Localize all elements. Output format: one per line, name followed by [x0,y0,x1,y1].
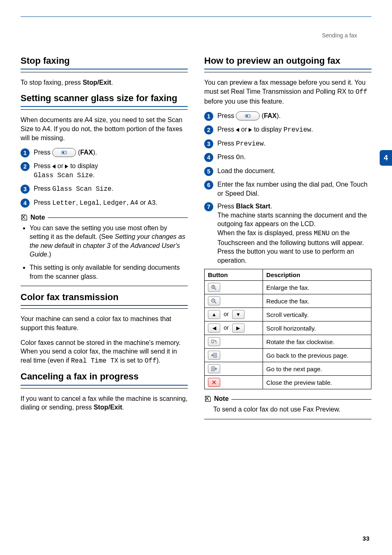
step-badge: 1 [204,112,213,121]
rotate-icon [208,337,220,346]
arrow-down-icon: ▼ [232,310,244,319]
table-row: Rotate the fax clockwise. [205,335,371,349]
table-row: ▲ or ▼ Scroll vertically. [205,308,371,321]
preview-step-6: 6 Enter the fax number using the dial pa… [204,180,371,198]
note-block: Note To send a color fax do not use Fax … [204,395,371,419]
step-badge: 7 [204,202,213,211]
table-row: ✕ Close the preview table. [205,376,371,389]
svg-line-7 [214,288,216,290]
close-icon: ✕ [208,378,220,387]
arrow-up-icon: ▲ [208,310,220,319]
color-fax-p2: Color faxes cannot be stored in the mach… [21,338,188,366]
heading-preview-fax: How to preview an outgoing fax [204,56,371,69]
svg-line-11 [214,302,216,303]
preview-step-7: 7 Press Black Start. The machine starts … [204,202,371,265]
step-badge: 3 [21,185,30,194]
cancel-fax-text: If you want to cancel a fax while the ma… [21,394,188,412]
svg-marker-15 [211,354,213,356]
step-badge: 4 [204,153,213,162]
svg-rect-1 [62,152,64,153]
fax-button-icon [52,148,76,157]
preview-step-3: 3 Press Preview. [204,139,371,149]
arrow-right-icon: ▶ [232,324,244,333]
heading-stop-faxing: Stop faxing [21,56,188,69]
scanner-intro: When documents are A4 size, you need to … [21,116,188,142]
step-badge: 2 [21,162,30,171]
preview-step-2: 2 Press or to display Preview. [204,125,371,135]
th-description: Description [263,269,371,281]
preview-step-4: 4 Press On. [204,153,371,162]
fax-button-icon [236,111,260,120]
svg-point-2 [65,152,66,153]
color-fax-p1: Your machine can send a color fax to mac… [21,314,188,332]
zoom-out-icon [208,296,220,305]
step-badge: 1 [21,148,30,157]
note-item: This setting is only available for sendi… [30,263,188,281]
table-row: Go back to the previous page. [205,349,371,362]
heading-scanner-size: Setting scanner glass size for faxing [21,93,188,107]
table-row: Enlarge the fax. [205,281,371,294]
scanner-step-4: 4 Press Letter, Legal, Ledger, A4 or A3. [21,198,188,208]
heading-cancel-fax: Canceling a fax in progress [21,371,188,385]
preview-step-5: 5 Load the document. [204,166,371,176]
svg-point-5 [249,116,249,116]
scanner-step-2: 2 Press or to display Glass Scan Size. [21,162,188,180]
arrow-left-icon: ◀ [208,324,220,333]
page-number: 33 [362,535,369,542]
svg-rect-13 [212,340,214,343]
stop-faxing-text: To stop faxing, press Stop/Exit. [21,78,188,87]
step-badge: 3 [204,139,213,148]
button-table: Button Description Enlarge the fax. Redu… [204,269,371,389]
zoom-in-icon [208,283,220,292]
note-icon [204,395,212,402]
chapter-tab: 4 [380,150,392,166]
prev-page-icon [208,351,220,360]
step-badge: 6 [204,180,213,190]
table-row: Reduce the fax. [205,294,371,308]
right-column: How to preview an outgoing fax You can p… [204,56,371,425]
scanner-step-3: 3 Press Glass Scan Size. [21,184,188,194]
note-icon [21,214,28,221]
svg-rect-4 [246,115,248,117]
step-badge: 4 [21,199,30,208]
table-row: ◀ or ▶ Scroll horizontally. [205,321,371,335]
heading-color-fax: Color fax transmission [21,292,188,306]
preview-step-1: 1 Press (FAX). [204,111,371,121]
table-row: Go to the next page. [205,362,371,376]
step-badge: 2 [204,125,213,134]
preview-intro: You can preview a fax message before you… [204,78,371,106]
next-page-icon [208,364,220,373]
note-item: You can save the setting you use most of… [30,224,188,259]
scanner-step-1: 1 Press (FAX). [21,148,188,157]
step-badge: 5 [204,167,213,176]
th-button: Button [205,269,263,281]
note-block: Note You can save the setting you use mo… [21,214,188,287]
breadcrumb: Sending a fax [322,32,357,39]
svg-marker-14 [216,343,217,344]
left-column: Stop faxing To stop faxing, press Stop/E… [21,56,188,425]
svg-marker-24 [215,368,217,370]
